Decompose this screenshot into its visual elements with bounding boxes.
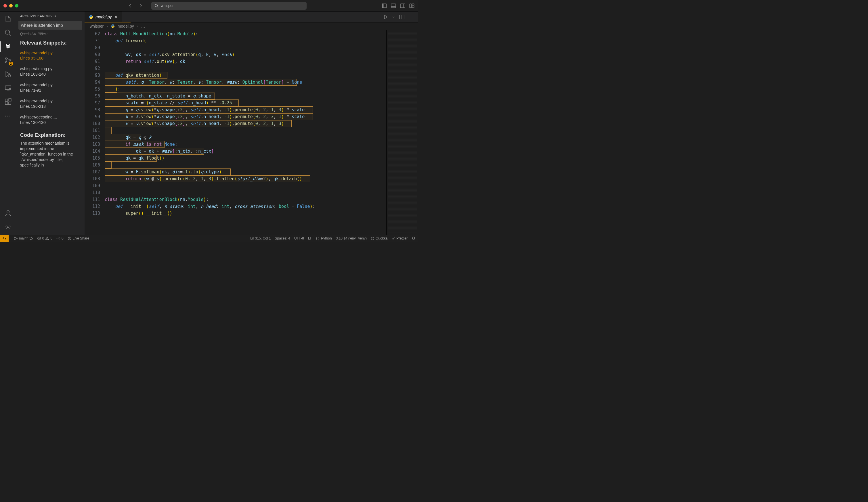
svg-point-10 — [7, 45, 8, 46]
nav-back-button[interactable] — [128, 3, 133, 8]
sidebar-title: ARCHIVIST: ARCHIVIST … — [16, 14, 84, 21]
prettier-status[interactable]: Prettier — [391, 236, 407, 240]
svg-point-29 — [58, 238, 59, 239]
tab-label: model.py — [95, 15, 112, 19]
search-text: whisper — [161, 3, 174, 8]
warning-count: 0 — [50, 236, 52, 240]
svg-rect-2 — [382, 4, 383, 8]
warning-icon — [45, 236, 49, 240]
ports-status[interactable]: 0 — [56, 236, 64, 240]
chevron-right-icon: › — [137, 24, 138, 29]
snippet-result[interactable]: /whisper/model.py Lines 71-91 — [16, 81, 84, 94]
search-icon — [154, 4, 158, 8]
extensions-view-button[interactable] — [4, 98, 12, 106]
toggle-primary-sidebar-button[interactable] — [382, 3, 387, 8]
notifications-button[interactable] — [412, 236, 416, 240]
line-number-gutter: 6271899091929394959697989910010110210310… — [84, 30, 105, 235]
code-content[interactable]: class MultiHeadAttention(nn.Module): def… — [105, 30, 386, 235]
explorer-view-button[interactable] — [4, 15, 12, 23]
editor-area: model.py ✕ ··· whisper › model.py › … 62… — [84, 11, 418, 235]
svg-rect-7 — [412, 6, 414, 8]
error-count: 0 — [42, 236, 44, 240]
bell-icon — [412, 236, 416, 240]
svg-point-23 — [7, 226, 9, 228]
encoding-status[interactable]: UTF-8 — [294, 236, 304, 240]
query-status: Queried in 198ms — [16, 32, 84, 36]
sidebar-panel: ARCHIVIST: ARCHIVIST … Queried in 198ms … — [16, 11, 84, 235]
svg-rect-3 — [391, 4, 396, 8]
more-views-button[interactable]: ··· — [4, 112, 12, 119]
live-share-status[interactable]: Live Share — [68, 236, 89, 240]
explain-heading: Code Explanation: — [20, 132, 81, 138]
more-actions-button[interactable]: ··· — [409, 14, 414, 20]
close-window-button[interactable] — [3, 4, 7, 8]
window-controls — [3, 4, 18, 8]
problems-status[interactable]: 0 0 — [37, 236, 52, 240]
quokka-status[interactable]: Quokka — [371, 236, 388, 240]
snippet-result[interactable]: /whisper/decoding.... Lines 130-130 — [16, 113, 84, 126]
breadcrumb-segment[interactable]: whisper — [90, 24, 104, 29]
sync-icon — [29, 236, 33, 240]
breadcrumb-segment[interactable]: model.py — [118, 24, 134, 29]
snippet-path: /whisper/model.py — [20, 50, 81, 56]
snippet-result[interactable]: /whisper/model.py Lines 196-218 — [16, 97, 84, 111]
svg-rect-16 — [5, 86, 11, 90]
snippet-path: /whisper/timing.py — [20, 66, 81, 72]
snippet-lines: Lines 196-218 — [20, 104, 81, 109]
toggle-panel-button[interactable] — [391, 3, 396, 8]
snippet-lines: Lines 163-240 — [20, 72, 81, 77]
titlebar-layout-controls — [382, 3, 414, 8]
explain-body: The attention mechanism is implemented i… — [20, 140, 81, 168]
svg-point-11 — [8, 45, 9, 46]
svg-point-17 — [9, 88, 11, 90]
accounts-button[interactable] — [4, 209, 12, 217]
snippet-result[interactable]: /whisper/timing.py Lines 163-240 — [16, 65, 84, 78]
remote-indicator[interactable] — [0, 235, 9, 242]
editor-tab[interactable]: model.py ✕ — [84, 11, 122, 22]
minimize-window-button[interactable] — [9, 4, 13, 8]
source-control-view-button[interactable]: 2 — [4, 56, 12, 64]
language-mode-status[interactable]: { }Python — [316, 236, 332, 240]
snippet-result[interactable]: /whisper/model.py Lines 93-108 — [16, 49, 84, 62]
svg-rect-5 — [410, 4, 412, 8]
cursor-position-status[interactable]: Ln 315, Col 1 — [250, 236, 271, 240]
close-tab-button[interactable]: ✕ — [114, 15, 118, 19]
archivist-query-input[interactable] — [18, 21, 82, 30]
live-share-icon — [68, 236, 72, 240]
toggle-secondary-sidebar-button[interactable] — [400, 3, 405, 8]
git-branch-status[interactable]: main* — [14, 236, 33, 240]
indentation-status[interactable]: Spaces: 4 — [275, 236, 290, 240]
search-view-button[interactable] — [4, 29, 12, 37]
maximize-window-button[interactable] — [15, 4, 18, 8]
run-debug-view-button[interactable] — [4, 70, 12, 78]
archivist-view-button[interactable] — [4, 43, 12, 51]
python-interpreter-status[interactable]: 3.10.14 ('env': venv) — [336, 236, 367, 240]
svg-point-25 — [14, 237, 16, 238]
svg-rect-19 — [5, 102, 8, 105]
code-editor[interactable]: 6271899091929394959697989910010110210310… — [84, 30, 418, 235]
ports-count: 0 — [62, 236, 64, 240]
snippet-path: /whisper/model.py — [20, 98, 81, 104]
breadcrumb-segment[interactable]: … — [141, 24, 145, 29]
titlebar: whisper — [0, 0, 418, 11]
snippet-lines: Lines 71-91 — [20, 88, 81, 93]
remote-explorer-view-button[interactable] — [4, 84, 12, 92]
split-editor-button[interactable] — [399, 14, 404, 20]
run-dropdown-icon[interactable] — [392, 15, 395, 18]
command-center-search[interactable]: whisper — [151, 2, 307, 10]
nav-forward-button[interactable] — [138, 3, 143, 8]
eol-status[interactable]: LF — [308, 236, 312, 240]
status-bar: main* 0 0 0 Live Share Ln 315, Col 1 Spa… — [0, 235, 418, 242]
snippet-path: /whisper/decoding.... — [20, 114, 81, 120]
run-button[interactable] — [383, 14, 388, 20]
breadcrumb[interactable]: whisper › model.py › … — [84, 22, 418, 30]
customize-layout-button[interactable] — [409, 3, 414, 8]
settings-button[interactable] — [4, 223, 12, 231]
code-explanation: Code Explanation: The attention mechanis… — [16, 129, 84, 168]
python-file-icon — [89, 15, 93, 19]
svg-point-22 — [7, 210, 9, 213]
nav-arrows — [128, 3, 143, 8]
editor-tabbar: model.py ✕ ··· — [84, 11, 418, 22]
python-file-icon — [111, 24, 115, 28]
minimap[interactable] — [386, 30, 418, 235]
